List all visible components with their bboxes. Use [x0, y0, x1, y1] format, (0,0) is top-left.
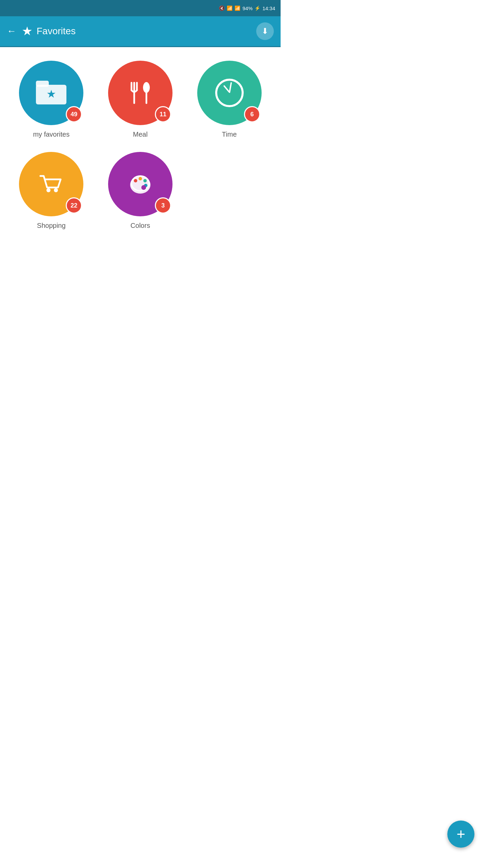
meal-badge: 11 [155, 106, 171, 122]
back-button[interactable]: ← [7, 26, 16, 37]
cutlery-icon-svg [127, 79, 154, 106]
battery-text: 94% [242, 5, 252, 11]
wifi-icon: 📶 [227, 5, 232, 11]
status-bar: 🔇 📶 📶 94% ⚡ 14:34 [0, 0, 281, 16]
time-text: 14:34 [262, 5, 275, 11]
category-grid: ★ 49 my favorites [10, 61, 270, 230]
svg-point-12 [134, 179, 137, 182]
app-bar: ← ★ Favorites ⬇ [0, 16, 281, 46]
svg-point-16 [141, 185, 146, 190]
download-icon: ⬇ [262, 26, 268, 36]
time-badge: 6 [244, 106, 260, 122]
my-favorites-badge: 49 [66, 106, 82, 122]
svg-rect-1 [36, 81, 49, 87]
app-bar-title: ★ Favorites [22, 24, 76, 38]
clock-icon [215, 79, 244, 107]
my-favorites-label: my favorites [33, 131, 69, 138]
status-icons: 🔇 📶 📶 94% ⚡ 14:34 [219, 5, 275, 11]
category-item-meal[interactable]: 11 Meal [99, 61, 182, 138]
category-item-time[interactable]: 6 Time [188, 61, 270, 138]
category-item-my-favorites[interactable]: ★ 49 my favorites [10, 61, 93, 138]
shopping-circle-wrapper: 22 [19, 152, 83, 216]
time-label: Time [222, 131, 237, 138]
signal-icon: 📶 [235, 5, 240, 11]
shopping-label: Shopping [37, 222, 66, 230]
category-item-shopping[interactable]: 22 Shopping [10, 152, 93, 230]
page-title: Favorites [37, 26, 76, 37]
cart-icon-svg [37, 170, 65, 198]
app-bar-left: ← ★ Favorites [7, 24, 76, 38]
colors-label: Colors [130, 222, 150, 230]
download-button[interactable]: ⬇ [256, 22, 274, 40]
svg-point-8 [46, 188, 50, 192]
palette-icon-svg [126, 170, 155, 198]
svg-point-13 [139, 177, 142, 180]
meal-label: Meal [133, 131, 147, 138]
title-star-icon: ★ [22, 24, 33, 38]
main-content: ★ 49 my favorites [0, 47, 281, 243]
time-circle-wrapper: 6 [197, 61, 262, 125]
meal-circle-wrapper: 11 [108, 61, 172, 125]
category-item-colors[interactable]: 3 Colors [99, 152, 182, 230]
svg-point-14 [143, 179, 147, 182]
colors-badge: 3 [155, 197, 171, 214]
my-favorites-circle-wrapper: ★ 49 [19, 61, 83, 125]
svg-text:★: ★ [46, 88, 56, 100]
shopping-badge: 22 [66, 197, 82, 214]
svg-point-9 [54, 188, 58, 192]
clock-minute-hand [229, 82, 232, 93]
svg-point-7 [143, 82, 150, 93]
colors-circle-wrapper: 3 [108, 152, 172, 216]
folder-star-icon: ★ [36, 81, 66, 105]
folder-icon-svg: ★ [36, 81, 66, 105]
mute-icon: 🔇 [219, 5, 225, 11]
battery-icon: ⚡ [255, 5, 260, 11]
